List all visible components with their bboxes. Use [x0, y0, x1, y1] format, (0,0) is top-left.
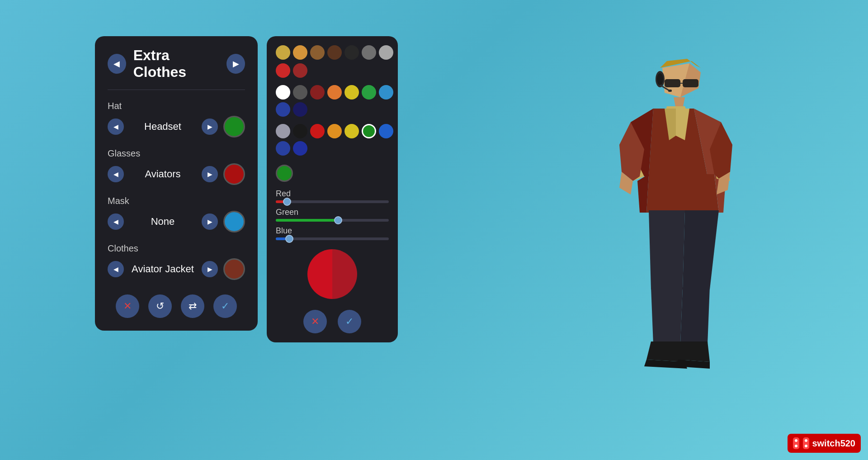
hat-prev-icon: ◀	[113, 123, 118, 130]
mask-prev-button[interactable]: ◀	[108, 213, 124, 230]
mask-color-circle[interactable]	[223, 211, 245, 232]
swatch-2-6[interactable]	[379, 124, 393, 138]
selected-color-indicator[interactable]	[276, 165, 293, 182]
color-preview-large	[307, 249, 357, 299]
clothes-value: Aviator Jacket	[129, 263, 196, 275]
svg-marker-29	[680, 287, 710, 344]
swatch-2-3[interactable]	[327, 124, 342, 138]
swatch-1-6[interactable]	[379, 85, 393, 100]
color-grid-row2	[276, 85, 389, 117]
clothes-prev-icon: ◀	[113, 266, 118, 273]
glasses-option-row: ◀ Aviators ▶	[108, 163, 245, 185]
swatch-1-0[interactable]	[276, 85, 290, 100]
character-display	[574, 23, 778, 384]
clothes-prev-button[interactable]: ◀	[108, 261, 124, 277]
watermark-text: switch520	[812, 438, 855, 449]
share-icon: ⇄	[189, 300, 197, 312]
mask-value: None	[129, 216, 196, 228]
swatch-2-7[interactable]	[276, 141, 290, 156]
cancel-button[interactable]: ✕	[116, 294, 139, 318]
color-cancel-button[interactable]: ✕	[303, 310, 327, 333]
swatch-1-8[interactable]	[293, 102, 307, 117]
color-grid-row1b	[276, 63, 389, 78]
swatch-2-4[interactable]	[344, 124, 359, 138]
cancel-icon: ✕	[123, 300, 132, 312]
clothes-next-button[interactable]: ▶	[202, 261, 218, 277]
glasses-prev-button[interactable]: ◀	[108, 166, 124, 182]
swatch-0-1[interactable]	[293, 45, 307, 60]
color-confirm-button[interactable]: ✓	[338, 310, 361, 333]
swatch-0-4[interactable]	[344, 45, 359, 60]
swatch-1-extra2[interactable]	[293, 63, 307, 78]
color-picker-panel: Red Green Blue	[267, 36, 398, 342]
switch-logo-icon	[793, 436, 809, 450]
blue-slider-track[interactable]	[276, 237, 389, 240]
back-button[interactable]: ◀	[108, 54, 126, 74]
green-slider-track[interactable]	[276, 219, 389, 222]
left-panel-footer: ✕ ↺ ⇄ ✓	[108, 294, 245, 318]
green-slider-row: Green	[276, 208, 389, 222]
blue-slider-row: Blue	[276, 226, 389, 240]
hat-next-button[interactable]: ▶	[202, 119, 218, 135]
red-slider-thumb[interactable]	[283, 198, 291, 206]
color-confirm-icon: ✓	[345, 316, 354, 327]
left-panel: ◀ Extra Clothes ▶ Hat ◀ Headset ▶	[95, 36, 258, 331]
mask-next-icon: ▶	[208, 218, 212, 225]
glasses-next-icon: ▶	[208, 171, 212, 178]
blue-label: Blue	[276, 226, 389, 236]
swatch-2-8[interactable]	[293, 141, 307, 156]
svg-marker-26	[649, 210, 685, 289]
swatch-2-0[interactable]	[276, 124, 290, 138]
reset-button[interactable]: ↺	[148, 294, 172, 318]
panel-header: ◀ Extra Clothes ▶	[108, 47, 245, 81]
swatch-0-6[interactable]	[379, 45, 393, 60]
svg-rect-3	[665, 79, 680, 87]
confirm-button[interactable]: ✓	[213, 294, 237, 318]
clothes-color-circle[interactable]	[223, 258, 245, 280]
swatch-0-5[interactable]	[362, 45, 376, 60]
glasses-value: Aviators	[129, 168, 196, 180]
confirm-icon: ✓	[221, 300, 229, 312]
swatch-1-1[interactable]	[293, 85, 307, 100]
green-slider-fill	[276, 219, 338, 222]
hat-prev-button[interactable]: ◀	[108, 119, 124, 135]
clothes-next-icon: ▶	[208, 266, 212, 273]
forward-button[interactable]: ▶	[226, 54, 245, 74]
hat-section: Hat ◀ Headset ▶	[108, 101, 245, 148]
panel-title: Extra Clothes	[133, 47, 220, 81]
color-picker-footer: ✕ ✓	[276, 310, 389, 333]
red-slider-track[interactable]	[276, 200, 389, 203]
hat-next-icon: ▶	[208, 123, 212, 130]
color-grid-row1	[276, 45, 389, 60]
hat-color-circle[interactable]	[223, 116, 245, 138]
color-preview-new	[332, 249, 357, 299]
glasses-next-button[interactable]: ▶	[202, 166, 218, 182]
green-label: Green	[276, 208, 389, 217]
svg-rect-9	[668, 90, 672, 92]
mask-option-row: ◀ None ▶	[108, 211, 245, 232]
swatch-1-7[interactable]	[276, 102, 290, 117]
swatch-2-1[interactable]	[293, 124, 307, 138]
swatch-1-4[interactable]	[344, 85, 359, 100]
share-button[interactable]: ⇄	[181, 294, 204, 318]
svg-marker-28	[651, 287, 683, 344]
swatch-2-5[interactable]	[362, 124, 376, 138]
glasses-color-circle[interactable]	[223, 163, 245, 185]
mask-label: Mask	[108, 196, 245, 206]
blue-slider-thumb[interactable]	[285, 235, 293, 243]
swatch-1-extra1[interactable]	[276, 63, 290, 78]
character-svg	[581, 18, 771, 389]
swatch-1-2[interactable]	[310, 85, 325, 100]
svg-point-39	[805, 445, 807, 447]
swatch-2-2[interactable]	[310, 124, 325, 138]
green-slider-thumb[interactable]	[334, 216, 342, 224]
mask-next-button[interactable]: ▶	[202, 213, 218, 230]
forward-arrow-icon: ▶	[233, 59, 239, 69]
swatch-1-5[interactable]	[362, 85, 376, 100]
divider	[108, 90, 245, 90]
swatch-1-3[interactable]	[327, 85, 342, 100]
swatch-0-3[interactable]	[327, 45, 342, 60]
swatch-0-0[interactable]	[276, 45, 290, 60]
swatch-0-2[interactable]	[310, 45, 325, 60]
svg-rect-34	[793, 437, 799, 449]
